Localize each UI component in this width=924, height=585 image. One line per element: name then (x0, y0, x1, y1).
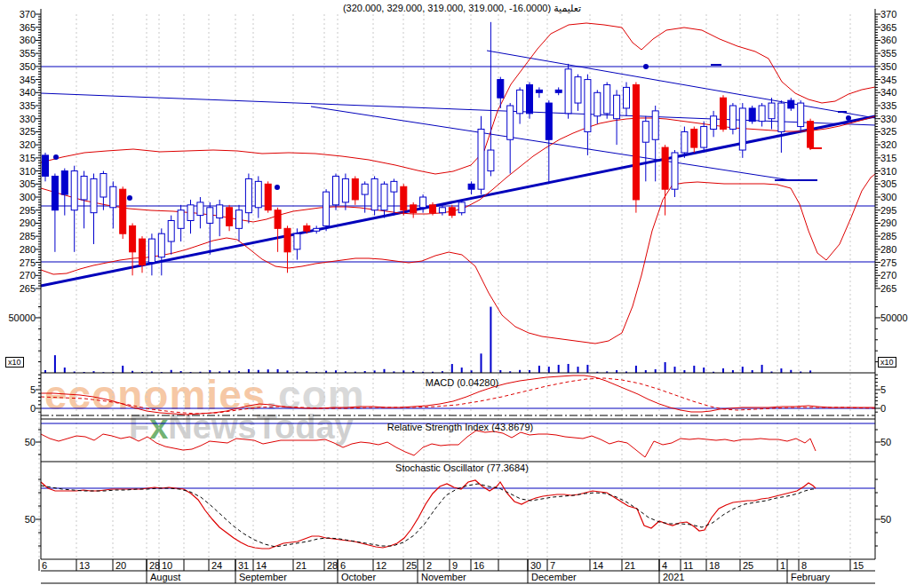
date-tick-label: 12 (376, 560, 386, 571)
date-tick-label: 28 (149, 560, 160, 571)
price-axis-label-left: 295 (0, 205, 36, 217)
price-axis-label-left: 340 (0, 87, 36, 99)
candle-body-down (808, 122, 814, 147)
candle-body-up (778, 103, 785, 131)
candle-body-up (371, 178, 378, 209)
candle-body-down (275, 210, 281, 229)
price-axis-label-left: 275 (0, 257, 36, 269)
candle-body-down (265, 184, 271, 209)
price-axis-label-left: 325 (0, 126, 36, 138)
price-axis-label-right: 275 (880, 257, 896, 269)
candle-body-up (187, 205, 194, 221)
candle-body-up (81, 176, 87, 199)
month-label: November (421, 572, 466, 582)
month-label: December (531, 572, 577, 582)
macd-tick-label: 0 (0, 403, 36, 415)
candle-body-up (478, 129, 484, 189)
candle-body-up (439, 208, 445, 213)
candle-body-up (323, 192, 330, 225)
trendline (41, 116, 875, 286)
price-axis-label-left: 330 (0, 114, 36, 125)
date-tick-label: 1 (780, 560, 785, 571)
date-tick-label: 21 (296, 560, 307, 571)
date-tick-label: 16 (474, 560, 484, 571)
date-tick-label: 31 (238, 560, 249, 571)
candle-body-down (304, 225, 310, 231)
macd-label: MACD (0.04280) (329, 377, 595, 389)
candle-body-blue (468, 184, 474, 189)
bollinger-lower (41, 174, 875, 344)
chart-plot-area[interactable] (0, 0, 924, 585)
candle-body-down (352, 178, 358, 200)
month-label: October (341, 572, 376, 582)
candle-body-up (342, 178, 348, 202)
candle-body-up (255, 181, 261, 207)
candle-body-blue (498, 80, 504, 99)
candle-body-down (633, 84, 639, 199)
rsi-line (41, 431, 816, 457)
macd-tick-label: 0 (880, 403, 886, 415)
candle-body-up (701, 127, 707, 148)
date-tick-label: 20 (116, 560, 126, 571)
candle-body-up (71, 171, 77, 210)
candle-body-up (652, 111, 658, 139)
price-axis-label-right: 305 (880, 178, 896, 190)
date-tick-label: 14 (256, 560, 267, 571)
candle-body-up (294, 233, 300, 249)
candle-body-up (565, 69, 571, 114)
date-tick-label: 2 (426, 560, 432, 571)
price-axis-label-left: 265 (0, 283, 36, 295)
price-axis-label-right: 300 (880, 192, 896, 203)
date-tick-label: 11 (683, 560, 693, 571)
price-axis-label-right: 280 (880, 244, 896, 256)
price-axis-label-right: 335 (880, 100, 896, 112)
month-label: September (239, 572, 287, 582)
candle-body-down (691, 129, 697, 147)
macd-tick-label: 5 (0, 384, 36, 396)
date-tick-label: 21 (625, 560, 635, 571)
stoch-d-line (41, 484, 816, 547)
rsi-tick-label: 50 (880, 437, 891, 448)
candle-body-up (759, 106, 765, 122)
volume-axis-label-right: 50000 (880, 312, 908, 324)
candle-body-up (614, 95, 620, 118)
price-axis-label-right: 310 (880, 166, 896, 178)
candle-body-up (217, 205, 223, 218)
candle-body-up (711, 116, 717, 130)
price-axis-label-right: 320 (880, 139, 896, 151)
candle-body-down (449, 208, 455, 216)
date-tick-label: 28 (327, 560, 338, 571)
date-tick-label: 18 (709, 560, 720, 571)
candle-body-blue (52, 176, 58, 209)
date-tick-label: 24 (211, 560, 222, 571)
candle-body-down (662, 147, 668, 189)
stoch-tick-label: 50 (0, 514, 36, 526)
candle-body-up (575, 77, 581, 103)
date-tick-label: 6 (42, 560, 47, 571)
candle-body-up (110, 186, 116, 208)
stoch-k-line (41, 480, 816, 549)
candle-body-up (168, 220, 174, 241)
candle-body-down (227, 208, 233, 226)
candle-body-up (100, 174, 107, 197)
date-tick-label: 8 (801, 560, 807, 571)
bollinger-upper (41, 23, 875, 174)
price-axis-label-right: 360 (880, 35, 896, 46)
price-axis-label-right: 325 (880, 126, 896, 138)
price-axis-label-right: 330 (880, 114, 896, 125)
rsi-label: Relative Strength Index (43.8679) (327, 422, 593, 433)
candle-body-blue (546, 103, 552, 139)
month-label: 2021 (663, 572, 684, 582)
date-tick-label: 10 (162, 560, 172, 571)
price-axis-label-left: 360 (0, 35, 36, 46)
candle-body-up (148, 239, 155, 262)
marker-dot (643, 64, 649, 69)
chart-window: economies.com FxNewsToday (320.000, 329.… (0, 0, 924, 585)
month-label: February (791, 572, 830, 582)
price-axis-label-left: 290 (0, 217, 36, 229)
price-axis-label-right: 295 (880, 205, 896, 217)
price-axis-label-left: 355 (0, 48, 36, 59)
candle-body-up (420, 197, 426, 208)
price-axis-label-right: 270 (880, 270, 896, 281)
price-axis-label-left: 370 (0, 9, 36, 20)
